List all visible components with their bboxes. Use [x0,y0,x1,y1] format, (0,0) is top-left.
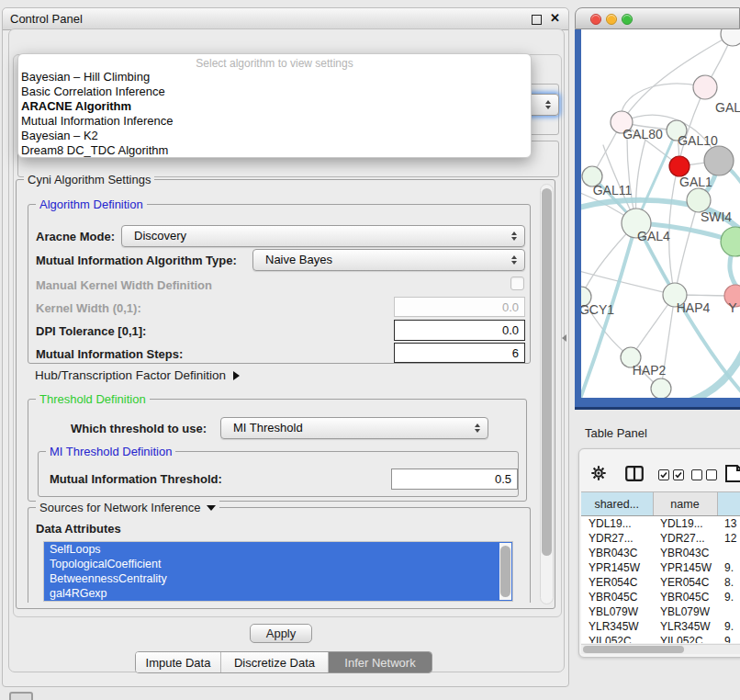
cyni-algorithm-settings-group: Cyni Algorithm Settings Algorithm Defini… [16,179,555,609]
algorithm-option[interactable]: Dream8 DC_TDC Algorithm [21,143,531,158]
node-label: HAP4 [677,300,711,315]
settings-scrollbar[interactable] [540,184,554,604]
algorithm-option[interactable]: Mutual Information Inference [21,114,531,129]
hub-definition-label: Hub/Transcription Factor Definition [35,368,226,382]
sources-group: Sources for Network Inference Data Attri… [28,507,531,603]
node-attribute-table[interactable]: shared... name YDL19...YDL19...13YDR27..… [581,491,740,643]
network-node[interactable] [693,75,717,99]
column-header-shared-name[interactable]: shared... [581,492,653,516]
which-threshold-label: Which threshold to use: [71,422,207,435]
node-label: GAL1 [679,175,712,189]
close-icon[interactable]: ✕ [550,11,560,25]
group-title: MI Threshold Definition [46,445,175,458]
close-traffic-light-icon[interactable] [590,14,601,25]
table-row[interactable]: YBR045CYBR045C9. [581,590,740,604]
network-node[interactable] [651,378,671,398]
table-panel: shared... name YDL19...YDL19...13YDR27..… [578,448,740,658]
new-table-icon[interactable] [724,464,740,487]
algorithm-option[interactable]: Bayesian – Hill Climbing [21,70,531,85]
data-attribute-option[interactable]: gal4RGexp [44,586,512,601]
table-row[interactable]: YLR345WYLR345W9. [581,619,740,634]
kernel-width-label: Kernel Width (0,1): [36,301,141,315]
table-row[interactable]: YPR145WYPR145W9. [581,560,740,575]
expander-arrow-icon [233,371,240,380]
algorithm-option[interactable]: Bayesian – K2 [21,129,531,143]
network-node[interactable] [669,156,690,176]
network-node[interactable] [721,29,740,46]
table-row[interactable]: YBR043CYBR043C [581,546,740,560]
table-panel-title: Table Panel [585,426,647,440]
control-panel-window: Control Panel ✕ Network Style Select Cyn… [2,7,569,687]
network-graph: GALGAL80GAL10GAL1SWI4GAL11GAL4GCY1HAP4YH… [581,29,740,398]
tab-discretize-data[interactable]: Discretize Data [221,652,329,672]
screen: Control Panel ✕ Network Style Select Cyn… [0,0,740,700]
column-header-name[interactable]: name [653,492,717,516]
table-panel-toolbar [579,449,740,490]
select-all-checked-icon[interactable] [658,469,684,480]
table-row[interactable]: YBL079WYBL079W [581,604,740,619]
popup-placeholder: Select algorithm to view settings [18,54,531,70]
table-row[interactable]: YIL052CYIL052C9. [581,634,740,643]
data-attribute-option[interactable]: BetweennessCentrality [44,571,512,586]
hub-definition-expander[interactable]: Hub/Transcription Factor Definition [35,367,240,383]
data-attribute-option[interactable]: SelfLoops [44,542,512,557]
mi-steps-input[interactable] [394,343,525,363]
float-window-icon[interactable] [532,15,542,25]
table-hscrollbar-thumb[interactable] [583,646,684,653]
algorithm-option[interactable]: ARACNE Algorithm [21,99,531,114]
data-attributes-list[interactable]: SelfLoopsTopologicalCoefficientBetweenne… [43,541,513,602]
column-header-partial[interactable] [717,492,740,516]
node-label: HAP2 [633,363,667,378]
group-title: Threshold Definition [36,392,150,406]
mi-steps-label: Mutual Information Steps: [36,347,183,361]
manual-kernel-checkbox[interactable] [510,277,524,290]
algorithm-dropdown-popup: Select algorithm to view settings Bayesi… [17,53,532,158]
zoom-traffic-light-icon[interactable] [622,14,633,25]
control-panel-titlebar[interactable]: Control Panel ✕ [3,8,568,30]
minimize-traffic-light-icon[interactable] [606,14,617,25]
node-label: GAL10 [678,133,718,148]
tab-impute-data[interactable]: Impute Data [136,652,221,672]
gear-icon[interactable] [590,465,607,485]
mi-type-label: Mutual Information Algorithm Type: [36,254,237,267]
dpi-tolerance-input[interactable] [394,320,525,341]
list-scrollbar[interactable] [499,543,511,600]
combo-spinner-icon [511,231,517,241]
group-title: Algorithm Definition [36,198,147,211]
tab-infer-network[interactable]: Infer Network [329,652,432,672]
node-label: GAL4 [637,229,670,243]
table-row[interactable]: YDL19...YDL19...13 [581,516,740,532]
aracne-mode-select[interactable]: Discovery [121,225,525,247]
cyni-bottom-tabbar: Impute Data Discretize Data Infer Networ… [135,651,432,673]
node-label: SWI4 [701,209,732,224]
network-node[interactable] [721,227,740,256]
table-row[interactable]: YDR27...YDR27...12 [581,531,740,546]
network-window-titlebar[interactable] [575,7,740,29]
columns-icon[interactable] [625,466,644,485]
aracne-mode-label: Aracne Mode: [36,230,115,243]
data-attribute-option[interactable]: TopologicalCoefficient [44,557,512,571]
network-node[interactable] [704,146,734,175]
deselect-all-unchecked-icon[interactable] [691,469,717,480]
network-node-labels: GALGAL80GAL10GAL1SWI4GAL11GAL4GCY1HAP4YH… [581,100,740,378]
sources-title[interactable]: Sources for Network Inference [36,501,219,514]
list-scrollbar-thumb[interactable] [500,546,510,597]
table-row[interactable]: YER054CYER054C8. [581,575,740,590]
mi-threshold-input[interactable] [391,469,518,490]
apply-button[interactable]: Apply [250,624,312,643]
mi-threshold-label: Mutual Information Threshold: [50,472,222,486]
mi-algorithm-type-select[interactable]: Naive Bayes [252,249,525,271]
table-header-row: shared... name [581,492,740,516]
table-horizontal-scrollbar[interactable] [581,644,740,654]
settings-scrollbar-thumb[interactable] [542,188,552,556]
node-label: GCY1 [581,302,614,317]
combo-spinner-icon [511,255,517,265]
which-threshold-select[interactable]: MI Threshold [220,417,488,439]
manual-kernel-label: Manual Kernel Width Definition [36,278,212,292]
network-canvas[interactable]: GALGAL80GAL10GAL1SWI4GAL11GAL4GCY1HAP4YH… [581,29,740,398]
kernel-width-input[interactable] [394,297,525,317]
splitter-arrow-icon[interactable] [562,334,566,342]
dock-grip-icon[interactable] [9,692,33,700]
algorithm-option[interactable]: Basic Correlation Inference [21,85,531,99]
data-attributes-label: Data Attributes [36,522,121,536]
